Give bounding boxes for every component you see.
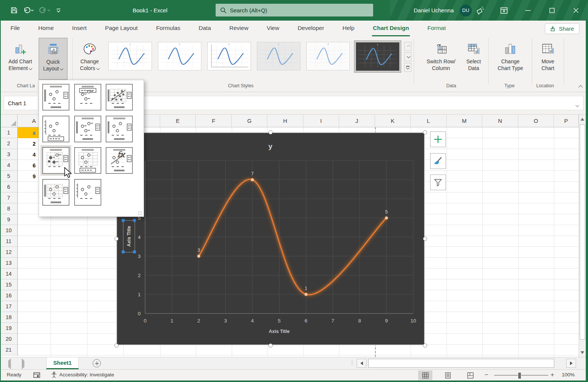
- zoom-slider-thumb[interactable]: [518, 372, 521, 379]
- row-header-21[interactable]: 21: [0, 345, 18, 355]
- quick-layout-option-6[interactable]: [104, 114, 135, 144]
- quick-layout-option-10[interactable]: [40, 177, 71, 207]
- tab-chart-design[interactable]: Chart Design: [372, 21, 410, 36]
- sheet-nav-right-icon[interactable]: [22, 361, 24, 367]
- gallery-scroll-up-icon[interactable]: [404, 42, 411, 51]
- save-icon[interactable]: [10, 7, 18, 14]
- column-header-K[interactable]: K: [375, 115, 411, 127]
- sheet-nav-left-icon[interactable]: [8, 361, 11, 367]
- row-header-18[interactable]: 18: [0, 312, 18, 323]
- macro-record-icon[interactable]: [33, 371, 40, 380]
- axis-title-selection-handle[interactable]: [122, 219, 125, 222]
- view-page-layout-icon[interactable]: [441, 370, 455, 380]
- tab-view[interactable]: View: [266, 21, 280, 36]
- column-header-G[interactable]: G: [232, 115, 267, 127]
- row-header-4[interactable]: 4: [0, 160, 18, 171]
- minimize-button[interactable]: [516, 0, 540, 21]
- accessibility-icon[interactable]: [50, 371, 58, 380]
- chart-filters-button[interactable]: [430, 175, 446, 190]
- column-header-P[interactable]: P: [554, 115, 579, 127]
- column-header-H[interactable]: H: [267, 115, 303, 127]
- horizontal-scroll-thumb[interactable]: [368, 359, 554, 368]
- row-header-9[interactable]: 9: [0, 214, 18, 225]
- maximize-button[interactable]: [540, 0, 564, 21]
- column-header-F[interactable]: F: [196, 115, 232, 127]
- row-header-6[interactable]: 6: [0, 182, 18, 192]
- quick-layout-option-4[interactable]: [40, 114, 71, 144]
- scroll-right-icon[interactable]: [566, 359, 576, 368]
- column-header-N[interactable]: N: [482, 115, 518, 127]
- row-header-16[interactable]: 16: [0, 290, 18, 301]
- row-header-7[interactable]: 7: [0, 192, 18, 203]
- column-header-L[interactable]: L: [411, 115, 447, 127]
- row-header-14[interactable]: 14: [0, 269, 18, 279]
- row-header-19[interactable]: 19: [0, 323, 18, 334]
- share-button[interactable]: Share: [545, 23, 579, 34]
- gallery-more-icon[interactable]: [404, 63, 411, 72]
- axis-title-selection-handle[interactable]: [133, 219, 136, 222]
- row-header-10[interactable]: 10: [0, 225, 18, 236]
- horizontal-scrollbar[interactable]: [357, 359, 577, 368]
- vertical-scroll-thumb[interactable]: [580, 124, 585, 340]
- row-header-1[interactable]: 1: [0, 127, 18, 138]
- row-header-8[interactable]: 8: [0, 203, 18, 214]
- quick-layout-option-5[interactable]: [72, 114, 103, 144]
- y-axis-title[interactable]: Axis Title: [123, 220, 135, 252]
- chart-style-3[interactable]: [207, 42, 251, 70]
- gallery-scroll-down-icon[interactable]: [404, 52, 411, 61]
- tab-data[interactable]: Data: [198, 21, 212, 36]
- view-normal-icon[interactable]: [418, 370, 432, 380]
- view-page-break-icon[interactable]: [463, 370, 477, 380]
- scroll-up-icon[interactable]: [579, 115, 586, 123]
- column-header-M[interactable]: M: [447, 115, 482, 127]
- quick-layout-option-8[interactable]: [72, 145, 103, 176]
- collapse-ribbon-icon[interactable]: [578, 84, 582, 90]
- tab-file[interactable]: File: [10, 21, 21, 36]
- chart-selection-handle[interactable]: [114, 343, 118, 348]
- chart-style-4[interactable]: [257, 42, 300, 70]
- ribbon-display-options-icon[interactable]: [492, 0, 516, 21]
- row-header-20[interactable]: 20: [0, 334, 18, 345]
- change-colors-button[interactable]: Change Colors: [74, 38, 106, 80]
- close-button[interactable]: [564, 0, 588, 21]
- chart-styles-button[interactable]: [430, 153, 446, 169]
- chart-selection-handle[interactable]: [423, 343, 427, 348]
- quick-layout-option-11[interactable]: [72, 177, 103, 207]
- menu-resize-grip[interactable]: [138, 211, 142, 215]
- redo-button[interactable]: [39, 7, 51, 14]
- column-header-E[interactable]: E: [160, 115, 196, 127]
- row-header-5[interactable]: 5: [0, 171, 18, 182]
- feedback-icon[interactable]: [468, 0, 492, 21]
- zoom-out-button[interactable]: −: [484, 371, 488, 379]
- new-sheet-button[interactable]: [93, 359, 101, 367]
- tab-review[interactable]: Review: [229, 21, 249, 36]
- quick-layout-option-2[interactable]: [72, 82, 103, 112]
- row-header-3[interactable]: 3: [0, 149, 18, 160]
- customize-quick-access-icon[interactable]: [56, 8, 61, 13]
- chart-style-6-selected[interactable]: [354, 40, 401, 73]
- tab-home[interactable]: Home: [38, 21, 54, 36]
- chart-style-1[interactable]: [108, 42, 152, 70]
- zoom-in-button[interactable]: +: [550, 371, 554, 379]
- tab-formulas[interactable]: Formulas: [155, 21, 181, 36]
- chart-selection-handle[interactable]: [114, 237, 118, 241]
- move-chart-button[interactable]: Move Chart: [534, 38, 562, 80]
- column-header-O[interactable]: O: [518, 115, 554, 127]
- select-all-corner[interactable]: [0, 115, 18, 127]
- vertical-scrollbar[interactable]: [579, 115, 586, 357]
- sheet-tab-sheet1[interactable]: Sheet1: [46, 357, 79, 369]
- zoom-level[interactable]: 100%: [562, 372, 575, 378]
- column-header-J[interactable]: J: [339, 115, 375, 127]
- formula-bar-expand-icon[interactable]: [574, 102, 579, 109]
- chart-selection-handle[interactable]: [268, 130, 273, 134]
- quick-layout-button[interactable]: Quick Layout: [39, 38, 68, 80]
- add-chart-element-button[interactable]: Add Chart Element: [3, 38, 38, 80]
- quick-layout-option-1[interactable]: [40, 82, 71, 112]
- row-header-13[interactable]: 13: [0, 258, 18, 269]
- chart-style-2[interactable]: [158, 42, 201, 70]
- chart-selection-handle[interactable]: [423, 237, 427, 241]
- scroll-down-icon[interactable]: [579, 349, 586, 356]
- switch-row-column-button[interactable]: Switch Row/ Column: [417, 38, 465, 80]
- row-header-11[interactable]: 11: [0, 236, 18, 247]
- chart-elements-button[interactable]: [430, 131, 446, 147]
